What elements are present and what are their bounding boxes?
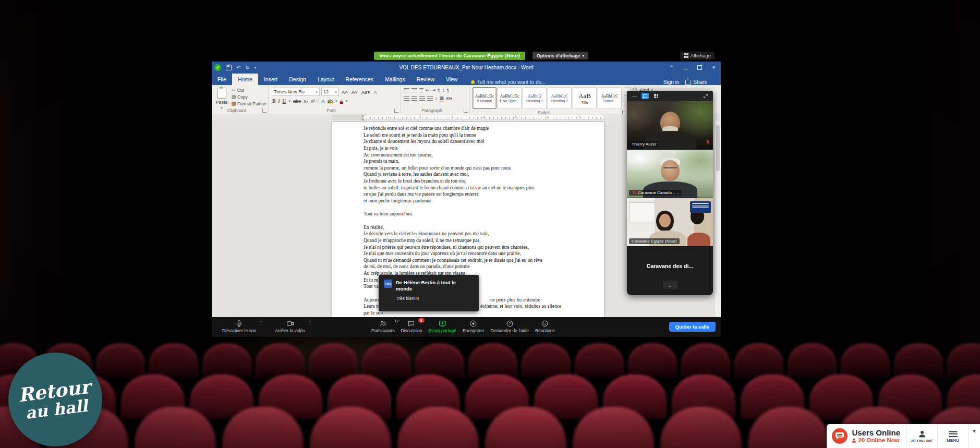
clear-formatting-button[interactable]: A bbox=[372, 89, 378, 95]
gallery-view-icon[interactable] bbox=[652, 93, 660, 99]
italic-button[interactable]: I bbox=[278, 99, 280, 104]
paragraph-group: ⇤ ⇥ ¶ ↕ ¶ ↕ ▦ ⊞▾ Paragraph bbox=[401, 85, 470, 114]
chat-notification-tooltip[interactable]: HB De Hélène Bertin à tout le monde Très… bbox=[379, 275, 479, 311]
style-preview: AaB bbox=[578, 92, 591, 100]
video-tile-egypte[interactable]: Caravane Égypte (Nour) bbox=[627, 198, 713, 247]
sign-in-link[interactable]: Sign in bbox=[663, 79, 680, 85]
font-family-value: Times New Ro bbox=[274, 89, 305, 94]
close-icon[interactable]: × bbox=[707, 62, 721, 74]
toolbar-participants-button[interactable]: 12Participants bbox=[368, 319, 397, 334]
document-line: Je fredonne avec le bruit des branches e… bbox=[364, 178, 578, 185]
collapse-widget-button[interactable]: ▾ bbox=[968, 424, 980, 448]
copy-button[interactable]: Copy bbox=[232, 94, 267, 100]
chevron-up-icon[interactable]: ⌃ bbox=[259, 320, 262, 324]
multilevel-list-icon[interactable] bbox=[419, 88, 424, 93]
tell-me-box[interactable]: Tell me what you want to do... bbox=[471, 79, 546, 85]
minimize-icon[interactable] bbox=[679, 62, 693, 74]
leave-room-button[interactable]: Quitter la salle bbox=[669, 322, 716, 332]
rtl-direction-icon[interactable]: ¶ bbox=[438, 88, 440, 93]
style-card-title[interactable]: AaBTitle bbox=[573, 87, 597, 109]
font-dialog-launcher[interactable] bbox=[394, 108, 398, 113]
change-case-button[interactable]: Aa▾ bbox=[360, 89, 371, 95]
video-tile-thierry[interactable]: Thierry Auzer bbox=[627, 101, 713, 150]
document-line: Quand tu m'as demandé comment je connais… bbox=[364, 257, 578, 264]
bold-button[interactable]: B bbox=[272, 99, 275, 104]
clipboard-dialog-launcher[interactable] bbox=[262, 108, 267, 113]
minimize-panel-icon[interactable]: — bbox=[631, 93, 638, 99]
align-left-icon[interactable] bbox=[404, 96, 409, 101]
style-card--normal[interactable]: AaBbCcDc¶ Normal bbox=[473, 87, 497, 109]
expand-panel-icon[interactable] bbox=[702, 93, 709, 99]
share-button[interactable]: Share bbox=[685, 79, 707, 85]
online-count-button[interactable]: 20 ONLINE bbox=[906, 424, 937, 448]
font-color-button[interactable]: A bbox=[340, 98, 343, 104]
tab-home[interactable]: Home bbox=[232, 74, 258, 85]
format-painter-button[interactable]: Format Painter bbox=[232, 101, 267, 106]
subscript-button[interactable]: x₂ bbox=[304, 98, 308, 104]
view-options-button[interactable]: Options d'affichage ▾ bbox=[533, 52, 588, 59]
paragraph-dialog-launcher[interactable] bbox=[464, 108, 468, 113]
style-card-heading-2[interactable]: AaBbCcCHeading 2 bbox=[548, 87, 572, 109]
font-family-combo[interactable]: Times New Ro▾ bbox=[272, 88, 320, 96]
bullets-icon[interactable] bbox=[404, 88, 409, 93]
align-right-icon[interactable] bbox=[419, 96, 425, 101]
participant-name: Caravane Canada - ... bbox=[638, 190, 679, 195]
toolbar-screen-button[interactable]: Écran partagé bbox=[426, 319, 459, 334]
shading-icon[interactable]: ▦ bbox=[440, 95, 444, 102]
undo-icon[interactable]: ↶ bbox=[236, 65, 240, 70]
font-size-value: 12 bbox=[323, 89, 329, 94]
qat-customize-icon[interactable]: ▾ bbox=[255, 66, 257, 69]
font-size-combo[interactable]: 12▾ bbox=[321, 88, 339, 96]
toolbar-camera-button[interactable]: ⌃Arrêter la vidéo bbox=[272, 319, 308, 334]
tab-layout[interactable]: Layout bbox=[312, 74, 340, 85]
grow-font-button[interactable]: A˄ bbox=[341, 89, 349, 95]
underline-button[interactable]: U bbox=[283, 99, 286, 104]
strikethrough-button[interactable]: abc bbox=[293, 98, 301, 104]
borders-icon[interactable]: ⊞▾ bbox=[446, 96, 452, 101]
superscript-button[interactable]: x² bbox=[311, 98, 315, 104]
ribbon-display-options-icon[interactable]: ⌃ bbox=[664, 62, 679, 74]
restore-icon[interactable] bbox=[693, 62, 707, 74]
cut-button[interactable]: ✂Cut bbox=[232, 88, 267, 93]
increase-indent-icon[interactable]: ⇥ bbox=[432, 88, 436, 93]
style-card-heading-1[interactable]: AaBbC(Heading 1 bbox=[523, 87, 547, 109]
vertical-scrollbar[interactable] bbox=[715, 121, 721, 317]
save-icon[interactable] bbox=[226, 65, 232, 70]
tab-insert[interactable]: Insert bbox=[258, 74, 283, 85]
toolbar-mic-button[interactable]: ⌃Désactiver le son bbox=[219, 319, 259, 334]
tab-mailings[interactable]: Mailings bbox=[379, 74, 411, 85]
scrollbar-thumb[interactable] bbox=[716, 125, 720, 171]
affichage-button[interactable]: Affichage bbox=[680, 52, 715, 59]
toolbar-record-button[interactable]: Enregistrer bbox=[459, 319, 488, 334]
menu-button[interactable]: MENU bbox=[937, 424, 968, 448]
pilcrow-icon[interactable]: ¶ bbox=[446, 88, 449, 93]
highlight-button[interactable]: ab bbox=[327, 98, 333, 104]
line-spacing-icon[interactable]: ↕ bbox=[435, 96, 438, 101]
sort-icon[interactable]: ↕ bbox=[442, 88, 445, 93]
speaker-view-icon[interactable] bbox=[642, 93, 649, 99]
justify-icon[interactable] bbox=[427, 96, 433, 101]
video-tile-canada[interactable]: Caravane Canada - ... bbox=[627, 150, 713, 198]
numbering-icon[interactable] bbox=[412, 88, 417, 93]
tab-file[interactable]: File bbox=[212, 74, 232, 85]
decrease-indent-icon[interactable]: ⇤ bbox=[426, 88, 430, 93]
toolbar-reactions-button[interactable]: Réactions bbox=[532, 319, 558, 334]
style-card--no-spac-[interactable]: AaBbCcDc¶ No Spac... bbox=[498, 87, 522, 109]
tab-review[interactable]: Review bbox=[411, 74, 440, 85]
tab-view[interactable]: View bbox=[440, 74, 464, 85]
document-line bbox=[364, 204, 578, 211]
align-center-icon[interactable] bbox=[412, 96, 417, 101]
panel-chevron-down-icon[interactable]: ⌄ bbox=[663, 281, 677, 289]
redo-icon[interactable]: ↻ bbox=[245, 65, 249, 70]
clipboard-group-label: Clipboard bbox=[212, 108, 262, 113]
style-card-subtitl-[interactable]: AaBbCcCSubtitl... bbox=[598, 87, 622, 109]
chevron-up-icon[interactable]: ⌃ bbox=[308, 320, 311, 324]
toolbar-help-button[interactable]: ?Demander de l'aide bbox=[488, 319, 532, 334]
users-online-widget[interactable]: Users Online 20 Online Now bbox=[827, 424, 906, 448]
tab-design[interactable]: Design bbox=[283, 74, 312, 85]
toolbar-chat-button[interactable]: 6Discussion bbox=[397, 319, 425, 334]
text-effects-button[interactable]: A bbox=[321, 98, 324, 104]
tab-references[interactable]: References bbox=[340, 74, 379, 85]
affichage-label: Affichage bbox=[691, 53, 711, 58]
shrink-font-button[interactable]: A˅ bbox=[350, 89, 359, 95]
